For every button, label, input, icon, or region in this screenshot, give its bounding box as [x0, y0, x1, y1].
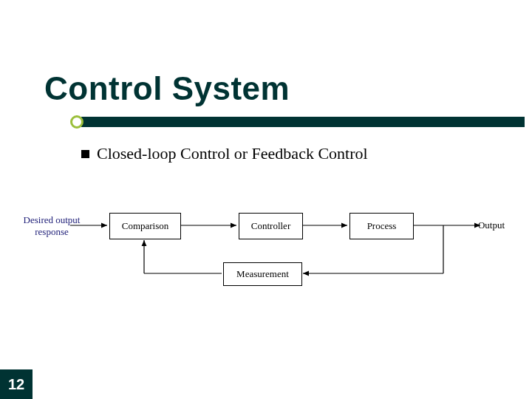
- output-label: Output: [473, 219, 510, 231]
- box-comparison: Comparison: [109, 213, 181, 239]
- box-measurement: Measurement: [223, 262, 302, 286]
- slide: Control System Closed-loop Control or Fe…: [0, 0, 532, 399]
- page-number: 12: [0, 369, 33, 399]
- slide-title: Control System: [44, 70, 290, 107]
- title-underline: [81, 117, 525, 127]
- feedback-diagram: Desired output response Comparison Contr…: [30, 188, 502, 307]
- title-underline-dot: [70, 115, 83, 129]
- diagram-arrows: [30, 188, 502, 307]
- box-process: Process: [349, 213, 414, 239]
- bullet-text: Closed-loop Control or Feedback Control: [97, 144, 368, 163]
- bullet-row: Closed-loop Control or Feedback Control: [81, 144, 368, 163]
- box-controller: Controller: [239, 213, 303, 239]
- bullet-icon: [81, 150, 89, 158]
- input-label: Desired output response: [22, 214, 81, 238]
